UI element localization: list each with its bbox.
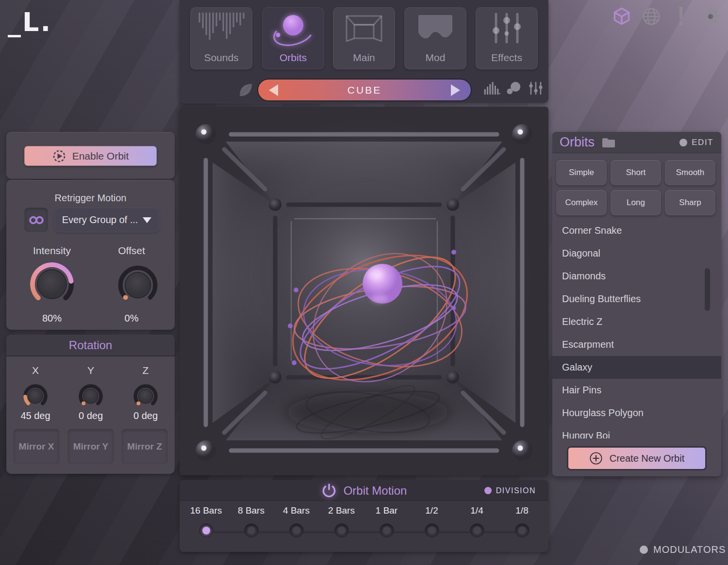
alert-icon[interactable] xyxy=(670,6,692,27)
list-item[interactable]: Corner Snake xyxy=(552,219,721,242)
prev-preset-arrow[interactable] xyxy=(269,84,278,96)
settings-icon[interactable] xyxy=(700,6,721,27)
axis-y-label: Y xyxy=(87,365,94,376)
filter-label: Complex xyxy=(565,198,597,208)
list-item[interactable]: Dueling Butterflies xyxy=(552,288,721,310)
rotation-x-value: 45 deg xyxy=(20,410,50,421)
list-item-selected[interactable]: Galaxy xyxy=(552,356,721,379)
filter-sharp[interactable]: Sharp xyxy=(665,190,715,215)
offset-value: 0% xyxy=(125,313,139,324)
list-item[interactable]: Hungry Boi xyxy=(552,424,721,438)
edit-toggle[interactable]: EDIT xyxy=(679,132,713,153)
filter-complex[interactable]: Complex xyxy=(556,190,607,215)
globe-icon[interactable] xyxy=(641,6,662,27)
orbit-sphere[interactable] xyxy=(363,264,402,304)
chevron-down-icon xyxy=(143,217,151,223)
top-right-toolbar xyxy=(611,6,721,27)
division-radio[interactable] xyxy=(289,523,304,538)
orbit-motion-panel: Orbit Motion DIVISION 16 Bars 8 Bars 4 B… xyxy=(180,480,548,552)
tab-orbits[interactable]: Orbits xyxy=(262,7,324,69)
sliders-icon[interactable] xyxy=(529,81,543,95)
header-panel: Sounds Orbits xyxy=(180,0,548,103)
division-radio[interactable] xyxy=(334,523,349,538)
division-mode-toggle[interactable]: DIVISION xyxy=(484,480,536,501)
rotation-y-knob[interactable] xyxy=(77,382,105,410)
rotation-z-knob[interactable] xyxy=(132,382,160,410)
edit-dot-icon xyxy=(679,139,687,146)
mirror-y-button[interactable]: Mirror Y xyxy=(67,429,114,465)
orbits-browser-panel: Orbits EDIT Simple Short Smooth Complex … xyxy=(552,132,721,476)
filter-label: Sharp xyxy=(679,198,701,208)
create-new-orbit-button[interactable]: Create New Orbit xyxy=(567,446,707,470)
tab-label: Sounds xyxy=(190,52,252,64)
tab-mod[interactable]: Mod xyxy=(404,7,466,69)
mirror-x-label: Mirror X xyxy=(19,441,54,452)
division-radio[interactable] xyxy=(425,523,439,538)
list-item[interactable]: Diamonds xyxy=(552,265,721,288)
mirror-z-label: Mirror Z xyxy=(127,441,162,452)
mirror-z-button[interactable]: Mirror Z xyxy=(121,429,168,465)
app-logo: _L. xyxy=(8,7,52,37)
tab-label: Main xyxy=(333,52,395,64)
division-radio[interactable] xyxy=(515,523,529,538)
loop-toggle-button[interactable] xyxy=(24,208,48,232)
filter-long[interactable]: Long xyxy=(611,190,661,215)
leaf-icon[interactable] xyxy=(237,81,254,99)
orbit-planet-icon xyxy=(266,11,320,46)
list-item[interactable]: Electric Z xyxy=(552,310,721,333)
filter-label: Simple xyxy=(569,168,594,178)
filter-smooth[interactable]: Smooth xyxy=(665,160,715,185)
plugin-window: _L. xyxy=(0,0,728,565)
next-preset-arrow[interactable] xyxy=(451,84,460,96)
filter-label: Short xyxy=(626,168,646,178)
effects-sliders-icon xyxy=(480,11,533,46)
preset-name: CUBE xyxy=(347,84,381,96)
infinity-icon xyxy=(27,214,46,226)
inner-corner-node xyxy=(269,198,281,211)
orbits-header: Orbits EDIT xyxy=(552,132,721,153)
division-mode-label: DIVISION xyxy=(496,486,536,495)
preset-row: CUBE xyxy=(180,78,548,103)
folder-icon[interactable] xyxy=(601,137,616,148)
intensity-label: Intensity xyxy=(33,245,71,257)
retrigger-value: Every Group of ... xyxy=(62,214,138,226)
division-label: 1/8 xyxy=(515,505,528,517)
modulators-toggle[interactable]: MODULATORS xyxy=(640,544,726,555)
enable-orbit-button[interactable]: Enable Orbit xyxy=(24,146,157,166)
bubbles-icon[interactable] xyxy=(507,81,522,95)
mirror-x-button[interactable]: Mirror X xyxy=(13,429,60,465)
list-item[interactable]: Hourglass Polygon xyxy=(552,402,721,424)
division-label: 16 Bars xyxy=(190,505,222,517)
orbit-motion-title: Orbit Motion xyxy=(344,484,407,498)
tab-label: Orbits xyxy=(262,52,324,64)
division-radio[interactable] xyxy=(244,523,259,538)
division-radio[interactable] xyxy=(199,523,214,538)
rotation-x-knob[interactable] xyxy=(21,382,50,410)
modulators-label: MODULATORS xyxy=(653,544,726,555)
division-label: 4 Bars xyxy=(283,505,310,517)
filter-simple[interactable]: Simple xyxy=(556,160,607,185)
tab-main[interactable]: Main xyxy=(333,7,395,69)
preset-left-icons xyxy=(237,81,254,99)
power-icon[interactable] xyxy=(321,483,337,499)
offset-knob[interactable] xyxy=(116,263,160,307)
tab-effects[interactable]: Effects xyxy=(476,7,538,69)
inner-corner-node xyxy=(447,371,459,384)
intensity-knob[interactable] xyxy=(28,260,76,308)
list-item[interactable]: Escarpment xyxy=(552,333,721,356)
scrollbar-thumb[interactable] xyxy=(705,268,710,311)
tab-label: Effects xyxy=(476,52,538,64)
list-item[interactable]: Hair Pins xyxy=(552,379,721,402)
tab-sounds[interactable]: Sounds xyxy=(190,7,252,69)
axis-x-label: X xyxy=(32,365,39,376)
histogram-icon[interactable] xyxy=(483,81,500,95)
retrigger-dropdown[interactable]: Every Group of ... xyxy=(54,208,159,232)
division-radio[interactable] xyxy=(470,523,484,538)
filter-short[interactable]: Short xyxy=(611,160,661,185)
division-radio[interactable] xyxy=(380,523,394,538)
intensity-value: 80% xyxy=(42,313,62,324)
filter-label: Long xyxy=(627,198,645,208)
cube-icon[interactable] xyxy=(611,6,632,27)
list-item[interactable]: Diagonal xyxy=(552,242,721,265)
preset-selector[interactable]: CUBE xyxy=(257,79,472,101)
